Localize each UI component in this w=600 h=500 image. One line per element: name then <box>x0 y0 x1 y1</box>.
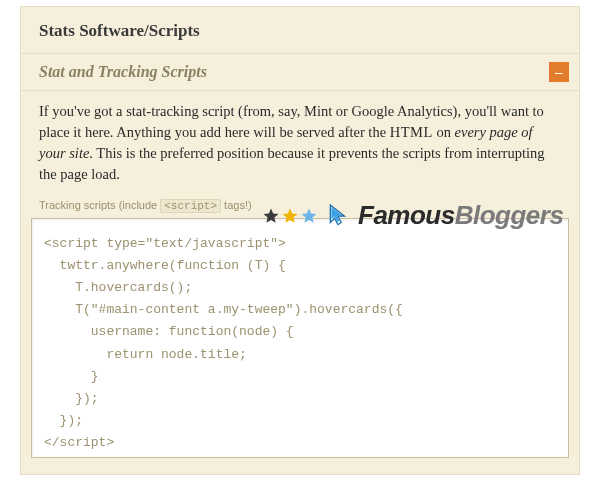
label-before: Tracking scripts (include <box>39 199 160 211</box>
field-label: Tracking scripts (include <script> tags!… <box>21 191 579 218</box>
tracking-scripts-input[interactable] <box>31 218 569 458</box>
collapse-button[interactable]: – <box>549 62 569 82</box>
section-title: Stat and Tracking Scripts <box>39 63 207 81</box>
section-description: If you've got a stat-tracking script (fr… <box>21 91 579 191</box>
label-code-tag: <script> <box>160 199 221 213</box>
stats-panel: Stats Software/Scripts Stat and Tracking… <box>20 6 580 475</box>
label-after: tags!) <box>221 199 252 211</box>
panel-title: Stats Software/Scripts <box>21 7 579 53</box>
desc-smallcaps: HTML <box>390 124 433 140</box>
section-header[interactable]: Stat and Tracking Scripts – <box>21 53 579 91</box>
minus-icon: – <box>555 65 563 79</box>
desc-text-3: . This is the preferred position because… <box>39 145 545 182</box>
textarea-container <box>21 218 579 474</box>
desc-text-2: on <box>433 124 455 140</box>
